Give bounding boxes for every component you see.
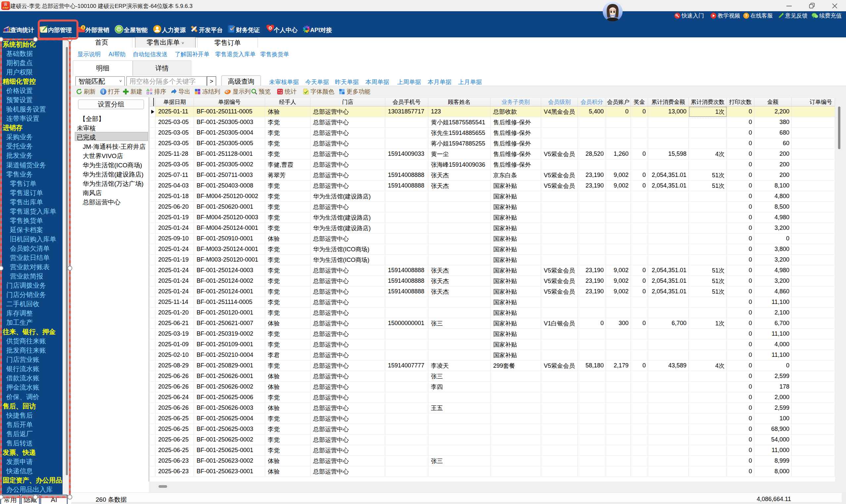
svg-text:ERP: ERP (3, 6, 9, 10)
svg-text:¥: ¥ (82, 26, 84, 30)
svg-text:?: ? (745, 13, 748, 18)
svg-text:云: 云 (4, 2, 7, 6)
